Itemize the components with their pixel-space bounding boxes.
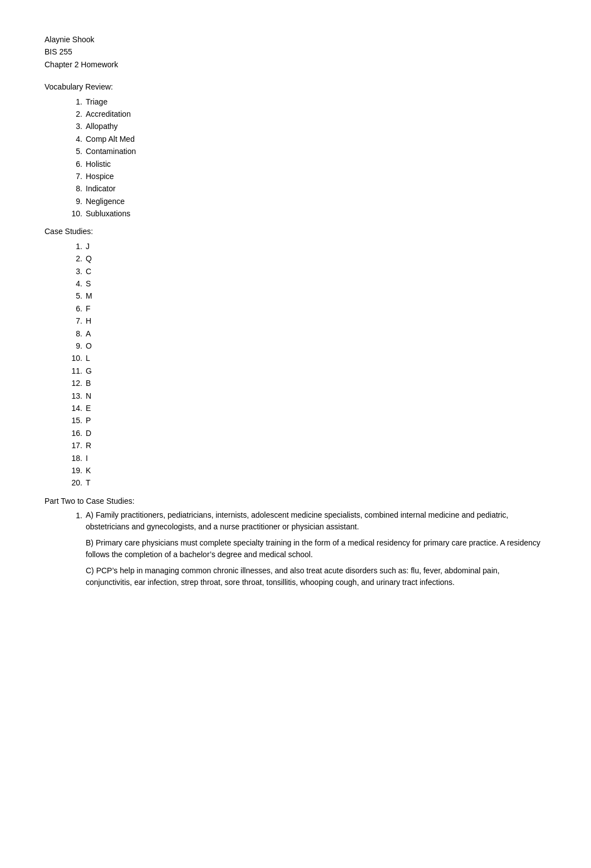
part-two-content: A) Family practitioners, pediatricians, … (86, 509, 546, 588)
part-two-paragraph: C) PCP’s help in managing common chronic… (86, 565, 546, 588)
assignment-title: Chapter 2 Homework (45, 58, 546, 71)
vocab-item-num: 6. (67, 158, 82, 170)
vocabulary-list: 1.Triage2.Accreditation3.Allopathy4.Comp… (67, 96, 546, 220)
part-two-section: Part Two to Case Studies: 1.A) Family pr… (45, 495, 546, 588)
vocab-item-num: 2. (67, 108, 82, 120)
vocab-item-num: 5. (67, 145, 82, 157)
vocab-item-text: Hospice (86, 170, 114, 182)
student-name: Alaynie Shook (45, 33, 546, 46)
vocabulary-item: 4.Comp Alt Med (67, 133, 546, 145)
vocab-item-num: 9. (67, 195, 82, 207)
vocab-item-num: 4. (67, 133, 82, 145)
case-study-item: 10.L (67, 352, 546, 364)
case-item-text: S (86, 277, 91, 290)
case-item-text: D (86, 427, 91, 439)
case-study-item: 7.H (67, 315, 546, 327)
case-item-text: F (86, 302, 91, 315)
case-studies-title: Case Studies: (45, 225, 546, 237)
case-item-text: M (86, 290, 92, 302)
vocab-item-text: Comp Alt Med (86, 133, 135, 145)
case-item-text: E (86, 402, 91, 414)
case-study-item: 16.D (67, 427, 546, 439)
vocab-item-text: Negligence (86, 195, 125, 207)
case-study-item: 15.P (67, 414, 546, 426)
case-study-item: 2.Q (67, 252, 546, 265)
vocabulary-item: 8.Indicator (67, 182, 546, 195)
case-item-num: 20. (67, 477, 82, 489)
vocabulary-item: 6.Holistic (67, 158, 546, 170)
case-item-text: I (86, 452, 88, 464)
case-study-item: 3.C (67, 265, 546, 277)
course-number: BIS 255 (45, 46, 546, 58)
case-study-item: 20.T (67, 477, 546, 489)
vocabulary-item: 5.Contamination (67, 145, 546, 157)
vocabulary-item: 10.Subluxations (67, 207, 546, 220)
vocab-item-num: 10. (67, 207, 82, 220)
case-item-num: 6. (67, 302, 82, 315)
case-study-item: 1.J (67, 240, 546, 252)
vocab-item-text: Accreditation (86, 108, 131, 120)
part-two-item: 1.A) Family practitioners, pediatricians… (67, 509, 546, 588)
vocab-item-text: Allopathy (86, 120, 118, 132)
case-study-item: 5.M (67, 290, 546, 302)
case-studies-list: 1.J2.Q3.C4.S5.M6.F7.H8.A9.O10.L11.G12.B1… (67, 240, 546, 489)
case-item-num: 10. (67, 352, 82, 364)
case-item-text: L (86, 352, 90, 364)
case-item-num: 18. (67, 452, 82, 464)
case-item-num: 3. (67, 265, 82, 277)
vocabulary-item: 3.Allopathy (67, 120, 546, 132)
case-studies-section: Case Studies: 1.J2.Q3.C4.S5.M6.F7.H8.A9.… (45, 225, 546, 489)
case-item-text: C (86, 265, 91, 277)
vocabulary-title: Vocabulary Review: (45, 81, 546, 93)
case-item-num: 7. (67, 315, 82, 327)
vocabulary-item: 1.Triage (67, 96, 546, 108)
case-item-num: 17. (67, 439, 82, 452)
part-two-title: Part Two to Case Studies: (45, 495, 546, 507)
case-study-item: 8.A (67, 328, 546, 340)
case-item-num: 8. (67, 328, 82, 340)
header-block: Alaynie Shook BIS 255 Chapter 2 Homework (45, 33, 546, 71)
case-study-item: 12.B (67, 377, 546, 389)
vocab-item-text: Indicator (86, 182, 116, 195)
case-item-text: A (86, 328, 91, 340)
vocabulary-section: Vocabulary Review: 1.Triage2.Accreditati… (45, 81, 546, 220)
case-item-text: K (86, 464, 91, 477)
case-study-item: 6.F (67, 302, 546, 315)
case-study-item: 11.G (67, 365, 546, 377)
vocab-item-text: Contamination (86, 145, 136, 157)
case-item-text: J (86, 240, 90, 252)
case-item-num: 19. (67, 464, 82, 477)
vocab-item-num: 3. (67, 120, 82, 132)
case-item-text: H (86, 315, 91, 327)
case-item-num: 2. (67, 252, 82, 265)
case-item-text: R (86, 439, 91, 452)
vocabulary-item: 7.Hospice (67, 170, 546, 182)
case-item-text: G (86, 365, 92, 377)
case-study-item: 14.E (67, 402, 546, 414)
vocab-item-text: Subluxations (86, 207, 130, 220)
vocab-item-num: 7. (67, 170, 82, 182)
case-item-text: O (86, 340, 92, 352)
case-item-num: 14. (67, 402, 82, 414)
vocab-item-text: Triage (86, 96, 107, 108)
case-item-text: Q (86, 252, 92, 265)
case-study-item: 19.K (67, 464, 546, 477)
part-two-item-num: 1. (67, 509, 82, 588)
part-two-paragraph: B) Primary care physicians must complete… (86, 537, 546, 561)
part-two-paragraph: A) Family practitioners, pediatricians, … (86, 509, 546, 533)
vocab-item-text: Holistic (86, 158, 111, 170)
case-item-num: 16. (67, 427, 82, 439)
case-item-text: B (86, 377, 91, 389)
vocabulary-item: 9.Negligence (67, 195, 546, 207)
case-study-item: 4.S (67, 277, 546, 290)
vocab-item-num: 8. (67, 182, 82, 195)
case-item-num: 11. (67, 365, 82, 377)
case-item-num: 15. (67, 414, 82, 426)
case-item-num: 5. (67, 290, 82, 302)
case-item-text: P (86, 414, 91, 426)
case-study-item: 17.R (67, 439, 546, 452)
case-item-num: 4. (67, 277, 82, 290)
vocab-item-num: 1. (67, 96, 82, 108)
vocabulary-item: 2.Accreditation (67, 108, 546, 120)
case-study-item: 9.O (67, 340, 546, 352)
